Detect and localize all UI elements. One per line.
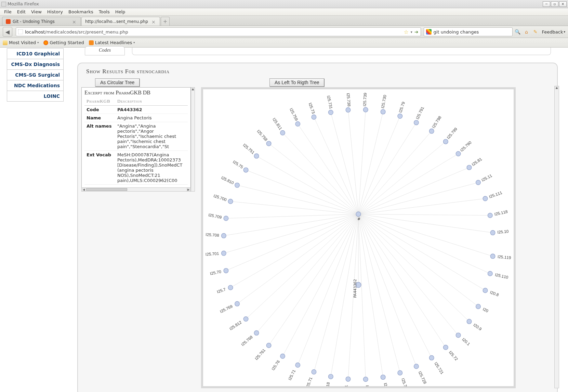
svg-text:I25.71: I25.71 [305,377,313,386]
chevron-down-icon: ▾ [37,41,39,44]
minimize-button[interactable]: − [543,1,550,7]
cell-key: Name [84,114,115,122]
binoculars-icon[interactable]: 🔍 [514,28,521,36]
maximize-button[interactable]: ▫ [551,1,558,7]
menu-view[interactable]: View [28,9,44,15]
svg-point-4 [483,288,488,293]
svg-point-18 [398,370,402,375]
svg-point-28 [312,369,316,374]
sidebar-item-ndc[interactable]: NDC Medications [7,80,63,91]
sidebar-item-loinc[interactable]: LOINC [7,91,63,102]
results-title: Show Results For stenocardia [81,65,554,78]
svg-text:I25.11: I25.11 [481,173,493,183]
svg-point-22 [363,377,368,382]
svg-point-50 [224,216,228,221]
bookmark-most-visited[interactable]: Most Visited ▾ [3,40,39,45]
menu-file[interactable]: File [1,9,14,15]
svg-point-62 [280,130,285,135]
window-titlebar: Mozilla Firefox − ▫ × [0,0,568,8]
svg-point-88 [476,180,481,185]
tab-label: http://localho...sent_menu.php [85,19,148,24]
svg-text:I25.758: I25.758 [256,129,268,142]
bookmark-latest-headlines[interactable]: Latest Headlines ▾ [89,40,135,45]
svg-text:I25.111: I25.111 [488,190,503,199]
svg-point-74 [381,109,385,114]
home-icon[interactable]: ⌂ [523,28,530,36]
svg-point-10 [456,333,461,338]
close-button[interactable]: × [559,1,567,7]
code-input-area[interactable] [132,48,551,55]
tab-git[interactable]: Git - Undoing Things [2,17,81,26]
menu-tools[interactable]: Tools [96,9,113,15]
svg-text:I25.790: I25.790 [459,140,473,153]
tab-localhost[interactable]: http://localho...sent_menu.php [81,17,160,26]
svg-text:I20: I20 [482,306,489,313]
bookmark-getting-started[interactable]: Getting Started [43,40,84,45]
new-tab-button[interactable] [161,17,170,26]
tab-close-icon[interactable] [151,19,156,24]
svg-text:I25.812: I25.812 [229,320,243,331]
svg-text:I25.70: I25.70 [210,269,222,276]
svg-text:I25.711: I25.711 [343,385,349,386]
svg-point-84 [456,152,461,156]
th-pharmgkb: PharmKGB [84,97,115,106]
cell-key: Code [84,106,115,114]
tree-column: As Left To Rigth Tree I25.119I25.110I20.… [201,78,554,388]
search-box[interactable]: git undoing changes [424,27,513,36]
svg-point-80 [429,129,434,133]
circular-tree-button[interactable]: As Circular Tree [95,78,140,87]
scroll-thumb[interactable] [86,188,127,191]
svg-text:I25.739: I25.739 [362,92,368,106]
svg-text:I20.9: I20.9 [473,323,483,332]
url-input[interactable]: localhost/medicalcodes/src/present_menu.… [16,27,421,36]
svg-text:I25.110: I25.110 [494,272,509,280]
feedback-icon[interactable]: ✎ [532,28,539,36]
feedback-button[interactable]: Feedback▾ [542,29,565,35]
svg-point-90 [483,196,488,201]
svg-point-2 [488,271,492,276]
svg-point-0 [490,254,495,259]
excerpt-frame: Excerpt from PharmGKB DB PharmKGB Descri… [81,87,191,188]
back-button[interactable]: ◀ [3,27,12,37]
svg-point-44 [224,268,228,273]
svg-text:I25.791: I25.791 [415,106,425,120]
svg-text:I25.759: I25.759 [289,107,299,122]
table-row: CodePA443362 [84,106,188,114]
menu-help[interactable]: Help [113,9,128,15]
menu-bookmarks[interactable]: Bookmarks [66,9,96,15]
svg-text:I25.721: I25.721 [433,361,445,375]
rss-icon [89,40,94,45]
th-description: Description [115,97,188,106]
sidebar-item-cmssg[interactable]: CMS-SG Surgical [7,70,63,80]
sidebar-item-icd10[interactable]: ICD10 Graphical [7,49,63,59]
tree-frame[interactable]: I25.119I25.110I20.8I20I20.9I20.1I25.72I2… [201,87,516,388]
menu-history[interactable]: History [44,9,66,15]
svg-point-40 [235,301,240,306]
svg-text:I25.73: I25.73 [308,102,316,114]
hscrollbar[interactable] [81,187,191,192]
tab-close-icon[interactable] [72,19,77,24]
menu-edit[interactable]: Edit [14,9,28,15]
sidebar-item-cmsdx[interactable]: CMS-Dx Diagnosis [7,59,63,70]
chevron-down-icon: ▾ [133,41,135,44]
vscrollbar[interactable] [191,87,195,192]
codes-tab[interactable]: Codes [85,46,125,55]
svg-point-60 [266,141,271,146]
site-favicon-icon [18,29,23,34]
table-row: Ext VocabMeSH:D000787(Angina Pectoris),M… [84,151,188,185]
svg-text:I25.10: I25.10 [497,229,509,235]
ltr-tree-button[interactable]: As Left To Rigth Tree [269,78,324,87]
radial-tree-svg: I25.119I25.110I20.8I20I20.9I20.1I25.72I2… [203,89,514,386]
url-text: localhost/medicalcodes/src/present_menu.… [25,29,401,35]
url-history-dropdown-icon[interactable]: ▾ [411,30,412,34]
svg-point-86 [467,165,472,170]
cell-key: Ext Vocab [84,151,115,185]
bookmark-star-icon[interactable]: ☆ [404,29,408,35]
svg-point-64 [295,121,300,126]
window-title: Mozilla Firefox [8,1,39,6]
svg-text:I25.79: I25.79 [398,101,406,113]
tree-vscrollbar[interactable] [554,86,559,388]
svg-text:I25.798: I25.798 [431,115,442,129]
svg-point-92 [488,213,492,218]
go-button-icon[interactable]: ➔ [414,29,419,35]
